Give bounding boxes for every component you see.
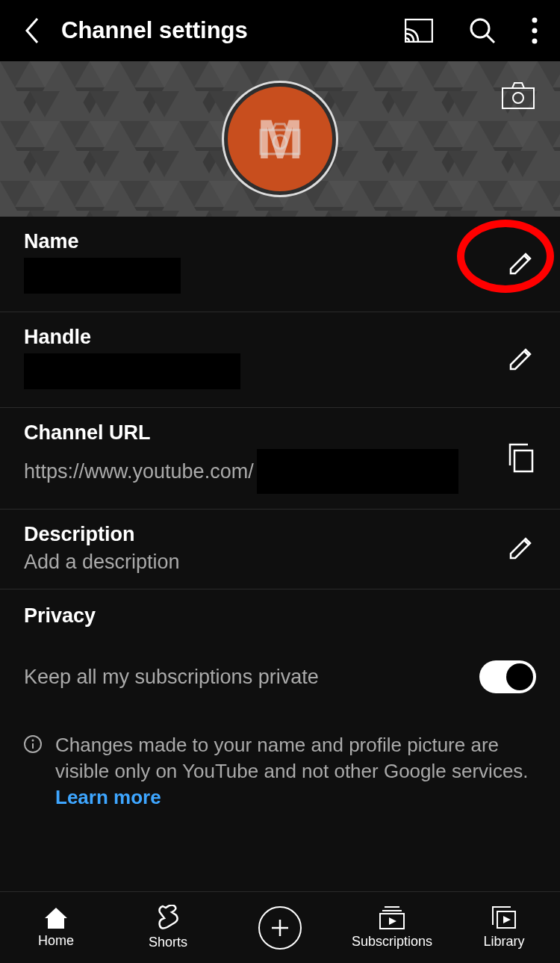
learn-more-link[interactable]: Learn more [55,786,161,808]
svg-point-1 [471,19,489,37]
nav-shorts-label: Shorts [149,935,187,950]
shorts-icon [157,905,179,930]
name-label: Name [24,230,505,253]
svg-point-15 [513,93,523,103]
nav-library[interactable]: Library [452,905,556,950]
channel-url-value-redacted [257,449,458,494]
nav-subscriptions[interactable]: Subscriptions [340,905,444,950]
privacy-toggle-label: Keep all my subscriptions private [24,666,319,689]
subscriptions-icon [379,905,405,929]
page-title: Channel settings [61,17,384,44]
info-text: Changes made to your name and profile pi… [55,734,529,782]
svg-rect-14 [503,88,534,108]
camera-icon [259,123,301,155]
svg-rect-16 [514,450,532,471]
library-icon [491,905,517,929]
svg-rect-0 [405,19,432,42]
edit-description-button[interactable] [505,534,536,563]
copy-url-button[interactable] [505,443,536,473]
handle-value-redacted [24,353,240,389]
nav-subscriptions-label: Subscriptions [352,934,432,950]
search-icon[interactable] [469,17,496,44]
nav-home[interactable]: Home [4,906,108,949]
channel-url-prefix: https://www.youtube.com/ [24,460,254,483]
handle-row: Handle [0,312,560,408]
privacy-title: Privacy [24,604,536,628]
edit-handle-button[interactable] [505,345,536,374]
svg-marker-25 [389,917,396,925]
privacy-toggle[interactable] [479,660,536,693]
svg-point-3 [532,18,538,23]
channel-url-row: Channel URL https://www.youtube.com/ [0,408,560,510]
bottom-nav: Home Shorts Subscriptions Library [0,891,560,963]
name-value-redacted [24,258,181,294]
svg-point-4 [532,28,538,34]
channel-banner: M [0,61,560,217]
info-icon [24,735,42,811]
svg-marker-27 [503,916,511,923]
nav-library-label: Library [483,934,524,950]
svg-point-13 [273,135,287,149]
nav-shorts[interactable]: Shorts [116,905,220,950]
description-row: Description Add a description [0,510,560,589]
channel-url-label: Channel URL [24,421,505,445]
svg-rect-12 [261,130,299,154]
nav-home-label: Home [38,933,74,949]
edit-name-button[interactable] [505,250,536,278]
privacy-section: Privacy Keep all my subscriptions privat… [0,589,560,693]
description-label: Description [24,523,505,546]
header: Channel settings [0,0,560,61]
more-icon[interactable] [532,17,538,44]
back-button[interactable] [22,16,40,46]
banner-camera-button[interactable] [502,82,535,109]
avatar[interactable]: M [222,81,338,197]
description-placeholder: Add a description [24,551,505,574]
handle-label: Handle [24,326,505,349]
nav-create[interactable] [228,906,332,950]
plus-icon [258,906,302,950]
home-icon [43,906,69,929]
svg-line-2 [487,35,494,43]
name-row: Name [0,217,560,312]
cast-icon[interactable] [405,19,433,43]
svg-point-18 [32,740,34,742]
svg-point-5 [532,39,538,44]
info-notice: Changes made to your name and profile pi… [0,732,560,811]
